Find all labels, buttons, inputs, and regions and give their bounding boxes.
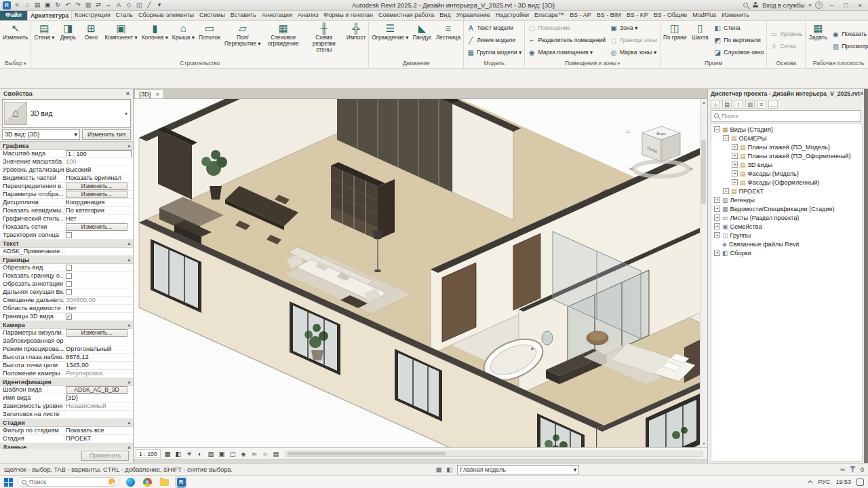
tree-item-планы-этажей-пэ-модель[interactable]: +▤Планы этажей (ПЭ_Модель) bbox=[711, 143, 862, 151]
collapse-icon[interactable]: ▴ bbox=[127, 142, 130, 149]
thin-lines-icon[interactable]: ╱ bbox=[145, 1, 153, 10]
expander-icon[interactable]: + bbox=[732, 162, 738, 168]
property-value-имя-вида[interactable]: {3D} bbox=[64, 394, 133, 402]
button-граница-зоны[interactable]: ◻Граница зоны bbox=[608, 35, 658, 46]
collapse-icon[interactable]: ▴ bbox=[127, 240, 130, 247]
section-границы[interactable]: Границы▴ bbox=[0, 256, 133, 264]
ribbon-tab-сталь[interactable]: Сталь bbox=[113, 11, 136, 20]
panel-label-основа[interactable]: Основа bbox=[767, 59, 805, 68]
button-крыша[interactable]: ⌂Крыша ▾ bbox=[171, 22, 196, 58]
ribbon-tab-bs-общие[interactable]: BS - Общие bbox=[651, 11, 690, 20]
value-combo[interactable]: 1 : 100 bbox=[66, 150, 132, 157]
value-button[interactable]: ADSK_AC_B_3D bbox=[66, 386, 127, 394]
property-value-дальняя-секущая-вкл[interactable] bbox=[64, 288, 133, 296]
button-линия-модели[interactable]: ╱Линия модели bbox=[465, 35, 523, 46]
tree-item-ведомости-спецификации-стадия[interactable]: +▦Ведомости/Спецификации (Стадия) bbox=[711, 204, 862, 213]
button-стеновое-ограждение[interactable]: ▦Стеновое ограждение bbox=[264, 22, 303, 58]
property-value-стадия[interactable]: ПРОЕКТ bbox=[64, 435, 133, 443]
view-tab-3d[interactable]: {3D} × bbox=[134, 89, 164, 98]
expander-icon[interactable]: + bbox=[714, 250, 720, 256]
ribbon-tab-аннотации[interactable]: Аннотации bbox=[259, 11, 295, 20]
button-компонент[interactable]: ▣Компонент ▾ bbox=[103, 22, 138, 58]
property-value-параметры-визуали[interactable]: Изменить... bbox=[64, 329, 133, 337]
expander-icon[interactable]: + bbox=[714, 197, 720, 203]
checkbox-icon[interactable] bbox=[66, 232, 72, 238]
button-дверь[interactable]: ◨Дверь bbox=[57, 22, 79, 58]
panel-label-движение[interactable]: Движение bbox=[369, 59, 463, 68]
scroll-up-icon[interactable]: ▲ bbox=[702, 100, 706, 105]
property-value-высота-точки-цели[interactable]: 1345,00 bbox=[64, 362, 133, 369]
editable-only-icon[interactable]: ∞ bbox=[840, 466, 845, 473]
collapse-icon[interactable]: ▴ bbox=[127, 378, 130, 386]
property-value-видимость-частей[interactable]: Показать оригинал bbox=[64, 174, 133, 182]
button-пандус[interactable]: ◣Пандус bbox=[411, 22, 433, 58]
button-потолок[interactable]: ▭Потолок bbox=[197, 22, 222, 58]
checkbox-icon[interactable] bbox=[66, 281, 72, 287]
property-value-высота-глаза-наблю[interactable]: 8878,12 bbox=[64, 354, 133, 361]
button-стена[interactable]: ▤Стена ▾ bbox=[33, 22, 56, 58]
panel-label-строительство[interactable]: Строительство bbox=[31, 59, 368, 68]
ribbon-tab-совместная-работа[interactable]: Совместная работа bbox=[376, 11, 437, 20]
customize-icon[interactable]: ▾ bbox=[155, 1, 163, 10]
value-button[interactable]: Изменить... bbox=[66, 223, 127, 231]
redo-icon[interactable]: ↷ bbox=[74, 1, 82, 10]
button-сетка[interactable]: #Сетка bbox=[768, 41, 804, 52]
ribbon-tab-формы-и-генплан[interactable]: Формы и генплан bbox=[321, 11, 376, 20]
property-value-показать-сетки[interactable]: Изменить... bbox=[64, 223, 133, 231]
property-value-значение-масштаба-1[interactable]: 100 bbox=[64, 158, 133, 166]
home-icon[interactable]: ⌂ bbox=[711, 100, 720, 109]
type-selector[interactable]: ⌂ 3D вид ▾ bbox=[2, 99, 131, 128]
property-value-шаблон-вида[interactable]: ADSK_AC_B_3D bbox=[64, 386, 133, 394]
property-value-зависимость-уровня[interactable]: Независимый bbox=[64, 402, 133, 410]
section-текст[interactable]: Текст▴ bbox=[0, 240, 133, 248]
button-импост[interactable]: ╬Импост bbox=[345, 22, 368, 58]
panel-label-проем[interactable]: Проем bbox=[660, 59, 766, 68]
button-марка-зоны[interactable]: ◎Марка зоны ▾ bbox=[608, 47, 658, 58]
section-icon[interactable]: ◫ bbox=[135, 1, 143, 10]
shadows-icon[interactable]: ◐ bbox=[195, 449, 205, 458]
section-идентификация[interactable]: Идентификация▴ bbox=[0, 378, 133, 386]
design-options-icon[interactable]: ◧ bbox=[446, 466, 452, 473]
horizontal-scrollbar[interactable] bbox=[285, 451, 703, 457]
button-схема-разрезки-стены[interactable]: ╫Схема разрезки стены bbox=[304, 22, 344, 58]
tree-item-семейства[interactable]: +▣Семейства bbox=[711, 222, 862, 231]
dimension-icon[interactable]: ↔ bbox=[104, 1, 113, 10]
notification-icon[interactable] bbox=[856, 478, 864, 486]
button-по-вертикали[interactable]: ◩По вертикали bbox=[712, 35, 765, 46]
measure-icon[interactable]: ⇄ bbox=[94, 1, 102, 10]
revit-app-icon[interactable]: R bbox=[3, 1, 11, 10]
tree-item-группы[interactable]: +◫Группы bbox=[711, 231, 862, 240]
tree-item-планы-этажей-пэ-оформленный[interactable]: +▤Планы этажей (ПЭ_Оформленный) bbox=[711, 151, 862, 160]
tree-item-проект[interactable]: +▤ПРОЕКТ bbox=[711, 187, 862, 195]
tree-item-фасады-оформленный[interactable]: +▤Фасады (Оформленный) bbox=[711, 178, 862, 187]
taskbar-app-revit[interactable]: R bbox=[175, 476, 187, 488]
properties-close-icon[interactable]: × bbox=[126, 90, 130, 97]
button-слуховое-окно[interactable]: ◪Слуховое окно bbox=[712, 47, 765, 58]
drawing-area[interactable]: Верх Перед ⌂ ▲ ▼ bbox=[134, 99, 707, 447]
button-уровень[interactable]: ▭Уровень bbox=[768, 29, 804, 40]
apply-button[interactable]: Применить bbox=[81, 451, 129, 461]
property-value-область-видимости[interactable]: Нет bbox=[64, 305, 133, 312]
property-value-положение-камеры[interactable]: Регулировка bbox=[64, 370, 133, 377]
button-ограждение[interactable]: ☰Ограждение ▾ bbox=[370, 22, 410, 58]
property-value-границы-3d-вида[interactable]: ✓ bbox=[64, 313, 133, 320]
reveal-hidden-icon[interactable]: ☼ bbox=[260, 449, 270, 458]
button-показать[interactable]: ◉Показать bbox=[830, 29, 868, 40]
checkbox-icon[interactable]: ✓ bbox=[66, 314, 72, 320]
button-пол-перекрытие[interactable]: ▱Пол/Перекрытие ▾ bbox=[223, 22, 262, 58]
maximize-button[interactable]: □ bbox=[841, 2, 851, 9]
property-value-показать-невидимы[interactable]: По категории bbox=[64, 207, 133, 214]
property-value-параметры-отобра[interactable]: Изменить... bbox=[64, 191, 133, 198]
button-группа-модели[interactable]: ▦Группа модели ▾ bbox=[465, 47, 523, 58]
section-графика[interactable]: Графика▴ bbox=[0, 142, 133, 150]
tree-item-связанные-файлы-revit[interactable]: ◈Связанные файлы Revit bbox=[711, 240, 862, 248]
print-icon[interactable]: ▥ bbox=[84, 1, 92, 10]
view-tab-close-icon[interactable]: × bbox=[156, 91, 159, 98]
property-value-дисциплина[interactable]: Координация bbox=[64, 199, 133, 206]
app-menu-icon[interactable]: ≡ bbox=[13, 1, 21, 10]
property-value-adsk-примечание[interactable] bbox=[64, 248, 133, 255]
home-icon[interactable]: ⌂ bbox=[23, 1, 31, 10]
ribbon-tab-файл[interactable]: Файл bbox=[0, 11, 27, 20]
property-value-графический-стиль[interactable]: Нет bbox=[64, 215, 133, 223]
button-задать[interactable]: ▦Задать bbox=[807, 22, 829, 58]
